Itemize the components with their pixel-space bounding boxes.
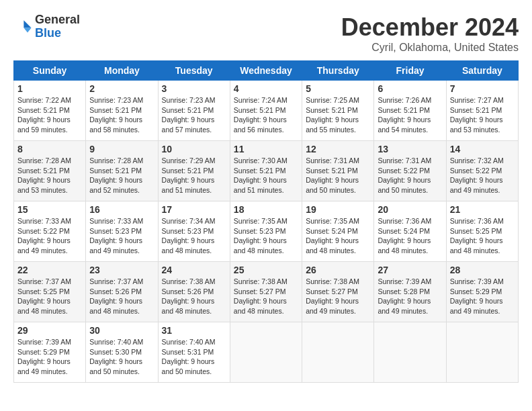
day-number: 31 xyxy=(162,325,226,336)
week-row-3: 15Sunrise: 7:33 AM Sunset: 5:22 PM Dayli… xyxy=(14,201,519,262)
day-cell-31: 31Sunrise: 7:40 AM Sunset: 5:31 PM Dayli… xyxy=(158,322,230,383)
day-cell-8: 8Sunrise: 7:28 AM Sunset: 5:21 PM Daylig… xyxy=(14,141,86,201)
day-number: 16 xyxy=(89,204,154,215)
day-info: Sunrise: 7:37 AM Sunset: 5:26 PM Dayligh… xyxy=(89,277,154,316)
header-day-tuesday: Tuesday xyxy=(158,61,230,81)
day-info: Sunrise: 7:34 AM Sunset: 5:23 PM Dayligh… xyxy=(162,216,226,256)
day-number: 20 xyxy=(378,204,442,215)
header-day-saturday: Saturday xyxy=(446,61,518,81)
day-info: Sunrise: 7:38 AM Sunset: 5:26 PM Dayligh… xyxy=(162,277,226,316)
day-info: Sunrise: 7:40 AM Sunset: 5:31 PM Dayligh… xyxy=(162,337,226,377)
day-info: Sunrise: 7:28 AM Sunset: 5:21 PM Dayligh… xyxy=(89,156,154,195)
title-area: December 2024 Cyril, Oklahoma, United St… xyxy=(341,13,519,54)
day-info: Sunrise: 7:32 AM Sunset: 5:22 PM Dayligh… xyxy=(450,156,515,195)
day-cell-19: 19Sunrise: 7:35 AM Sunset: 5:24 PM Dayli… xyxy=(302,201,374,262)
day-cell-28: 28Sunrise: 7:39 AM Sunset: 5:29 PM Dayli… xyxy=(446,262,518,322)
day-cell-25: 25Sunrise: 7:38 AM Sunset: 5:27 PM Dayli… xyxy=(230,262,302,322)
day-info: Sunrise: 7:33 AM Sunset: 5:23 PM Dayligh… xyxy=(89,216,154,256)
day-number: 25 xyxy=(234,265,298,275)
day-cell-3: 3Sunrise: 7:23 AM Sunset: 5:21 PM Daylig… xyxy=(158,81,230,141)
day-cell-7: 7Sunrise: 7:27 AM Sunset: 5:21 PM Daylig… xyxy=(446,81,518,141)
day-number: 5 xyxy=(306,83,370,94)
day-cell-5: 5Sunrise: 7:25 AM Sunset: 5:21 PM Daylig… xyxy=(302,81,374,141)
day-number: 7 xyxy=(450,83,515,94)
day-info: Sunrise: 7:22 AM Sunset: 5:21 PM Dayligh… xyxy=(17,95,82,135)
day-cell-24: 24Sunrise: 7:38 AM Sunset: 5:26 PM Dayli… xyxy=(158,262,230,322)
week-row-5: 29Sunrise: 7:39 AM Sunset: 5:29 PM Dayli… xyxy=(14,322,519,383)
week-row-1: 1Sunrise: 7:22 AM Sunset: 5:21 PM Daylig… xyxy=(14,81,519,141)
day-number: 15 xyxy=(17,204,82,215)
day-info: Sunrise: 7:35 AM Sunset: 5:23 PM Dayligh… xyxy=(234,216,298,256)
day-cell-18: 18Sunrise: 7:35 AM Sunset: 5:23 PM Dayli… xyxy=(230,201,302,262)
day-cell-13: 13Sunrise: 7:31 AM Sunset: 5:22 PM Dayli… xyxy=(374,141,446,201)
day-info: Sunrise: 7:40 AM Sunset: 5:30 PM Dayligh… xyxy=(89,337,154,377)
day-number: 6 xyxy=(378,83,442,94)
week-row-2: 8Sunrise: 7:28 AM Sunset: 5:21 PM Daylig… xyxy=(14,141,519,201)
day-info: Sunrise: 7:30 AM Sunset: 5:21 PM Dayligh… xyxy=(234,156,298,195)
day-number: 13 xyxy=(378,144,442,154)
day-cell-6: 6Sunrise: 7:26 AM Sunset: 5:21 PM Daylig… xyxy=(374,81,446,141)
day-info: Sunrise: 7:23 AM Sunset: 5:21 PM Dayligh… xyxy=(89,95,154,135)
day-info: Sunrise: 7:23 AM Sunset: 5:21 PM Dayligh… xyxy=(162,95,226,135)
empty-cell xyxy=(302,322,374,383)
day-number: 23 xyxy=(89,265,154,275)
calendar-header-row: SundayMondayTuesdayWednesdayThursdayFrid… xyxy=(14,61,519,81)
day-info: Sunrise: 7:31 AM Sunset: 5:22 PM Dayligh… xyxy=(378,156,442,195)
day-cell-23: 23Sunrise: 7:37 AM Sunset: 5:26 PM Dayli… xyxy=(86,262,158,322)
day-number: 22 xyxy=(17,265,82,275)
day-number: 19 xyxy=(306,204,370,215)
location-title: Cyril, Oklahoma, United States xyxy=(341,42,519,54)
day-number: 28 xyxy=(450,265,515,275)
day-cell-12: 12Sunrise: 7:31 AM Sunset: 5:21 PM Dayli… xyxy=(302,141,374,201)
day-info: Sunrise: 7:36 AM Sunset: 5:25 PM Dayligh… xyxy=(450,216,515,256)
day-info: Sunrise: 7:39 AM Sunset: 5:28 PM Dayligh… xyxy=(378,277,442,316)
day-cell-21: 21Sunrise: 7:36 AM Sunset: 5:25 PM Dayli… xyxy=(446,201,518,262)
day-info: Sunrise: 7:37 AM Sunset: 5:25 PM Dayligh… xyxy=(17,277,82,316)
day-info: Sunrise: 7:36 AM Sunset: 5:24 PM Dayligh… xyxy=(378,216,442,256)
day-cell-15: 15Sunrise: 7:33 AM Sunset: 5:22 PM Dayli… xyxy=(14,201,86,262)
day-cell-26: 26Sunrise: 7:38 AM Sunset: 5:27 PM Dayli… xyxy=(302,262,374,322)
day-cell-1: 1Sunrise: 7:22 AM Sunset: 5:21 PM Daylig… xyxy=(14,81,86,141)
day-info: Sunrise: 7:38 AM Sunset: 5:27 PM Dayligh… xyxy=(306,277,370,316)
day-info: Sunrise: 7:31 AM Sunset: 5:21 PM Dayligh… xyxy=(306,156,370,195)
day-number: 29 xyxy=(17,325,82,336)
day-number: 26 xyxy=(306,265,370,275)
header-day-monday: Monday xyxy=(86,61,158,81)
empty-cell xyxy=(374,322,446,383)
day-number: 12 xyxy=(306,144,370,154)
day-info: Sunrise: 7:27 AM Sunset: 5:21 PM Dayligh… xyxy=(450,95,515,135)
day-cell-14: 14Sunrise: 7:32 AM Sunset: 5:22 PM Dayli… xyxy=(446,141,518,201)
logo-text-general: General xyxy=(35,13,80,27)
header-day-sunday: Sunday xyxy=(14,61,86,81)
day-number: 30 xyxy=(89,325,154,336)
svg-marker-0 xyxy=(24,20,31,28)
day-number: 8 xyxy=(17,144,82,154)
day-info: Sunrise: 7:24 AM Sunset: 5:21 PM Dayligh… xyxy=(234,95,298,135)
empty-cell xyxy=(230,322,302,383)
week-row-4: 22Sunrise: 7:37 AM Sunset: 5:25 PM Dayli… xyxy=(14,262,519,322)
day-number: 11 xyxy=(234,144,298,154)
day-number: 17 xyxy=(162,204,226,215)
day-cell-22: 22Sunrise: 7:37 AM Sunset: 5:25 PM Dayli… xyxy=(14,262,86,322)
day-cell-2: 2Sunrise: 7:23 AM Sunset: 5:21 PM Daylig… xyxy=(86,81,158,141)
logo-text-blue: Blue xyxy=(35,27,80,40)
day-number: 9 xyxy=(89,144,154,154)
day-info: Sunrise: 7:33 AM Sunset: 5:22 PM Dayligh… xyxy=(17,216,82,256)
day-number: 21 xyxy=(450,204,515,215)
day-info: Sunrise: 7:29 AM Sunset: 5:21 PM Dayligh… xyxy=(162,156,226,195)
day-number: 14 xyxy=(450,144,515,154)
day-cell-20: 20Sunrise: 7:36 AM Sunset: 5:24 PM Dayli… xyxy=(374,201,446,262)
day-number: 10 xyxy=(162,144,226,154)
day-number: 2 xyxy=(89,83,154,94)
day-number: 3 xyxy=(162,83,226,94)
day-cell-17: 17Sunrise: 7:34 AM Sunset: 5:23 PM Dayli… xyxy=(158,201,230,262)
header: General Blue December 2024 Cyril, Oklaho… xyxy=(13,13,519,54)
logo: General Blue xyxy=(13,13,80,40)
day-cell-29: 29Sunrise: 7:39 AM Sunset: 5:29 PM Dayli… xyxy=(14,322,86,383)
header-day-thursday: Thursday xyxy=(302,61,374,81)
day-info: Sunrise: 7:38 AM Sunset: 5:27 PM Dayligh… xyxy=(234,277,298,316)
day-number: 18 xyxy=(234,204,298,215)
calendar-table: SundayMondayTuesdayWednesdayThursdayFrid… xyxy=(13,60,519,383)
day-cell-4: 4Sunrise: 7:24 AM Sunset: 5:21 PM Daylig… xyxy=(230,81,302,141)
logo-icon xyxy=(13,17,32,36)
